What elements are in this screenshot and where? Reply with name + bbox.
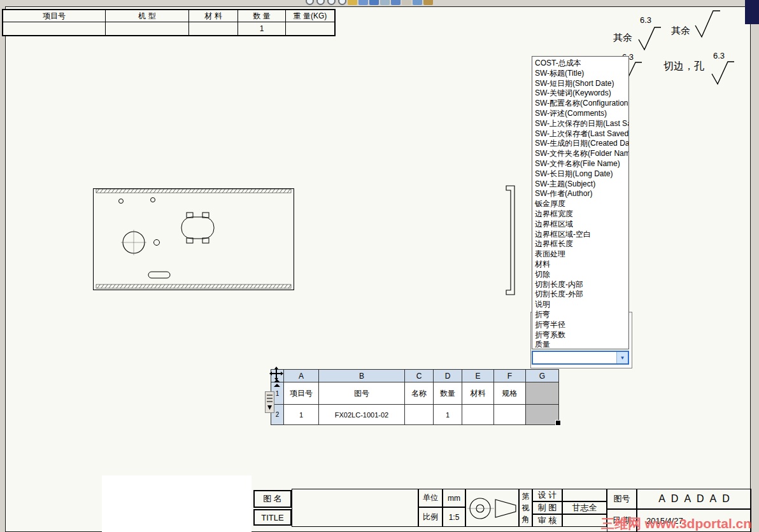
bom-col-header[interactable]: A xyxy=(284,370,319,382)
property-list-item[interactable]: 钣金厚度 xyxy=(532,199,628,209)
property-list-item[interactable]: SW-作者(Author) xyxy=(532,189,628,199)
quantity-value: 1 xyxy=(238,22,286,35)
pan-icon[interactable] xyxy=(348,0,357,5)
property-list-item[interactable]: 切割长度-外部 xyxy=(532,290,628,300)
zoom-to-area-icon[interactable] xyxy=(315,0,325,5)
magnifier-glyph xyxy=(316,0,325,5)
bom-cell[interactable]: 规格 xyxy=(494,382,526,405)
property-dropdown-list: COST-总成本 SW-标题(Title) SW-短日期(Short Date)… xyxy=(532,56,629,349)
bom-cell[interactable]: FX02LC-1001-02 xyxy=(319,405,405,425)
property-list-item[interactable]: 边界框宽度 xyxy=(532,209,628,220)
quantity-header: 数 量 xyxy=(238,10,286,22)
bom-cell[interactable]: 材料 xyxy=(462,382,494,405)
property-list-item[interactable]: SW-上次保存的日期(Last Saved Date) xyxy=(532,119,628,129)
window-corner-panel xyxy=(745,0,759,24)
property-list-item[interactable]: 折弯半径 xyxy=(532,320,628,330)
view-settings-icon[interactable] xyxy=(413,0,422,5)
table-move-handle-icon[interactable] xyxy=(269,367,283,381)
bom-cell[interactable]: 名称 xyxy=(405,382,434,405)
projection-symbol-cell xyxy=(465,489,519,527)
zoom-to-fit-icon[interactable] xyxy=(304,0,314,5)
property-list-item[interactable]: 折弯系数 xyxy=(532,330,628,340)
bom-cell[interactable]: 图号 xyxy=(319,382,405,405)
drawing-no-value: ADADAD xyxy=(637,489,751,509)
surface-roughness-icon xyxy=(637,25,662,52)
bom-cell[interactable]: 1 xyxy=(434,405,462,425)
property-list-item[interactable]: SW-文件名称(File Name) xyxy=(532,159,628,169)
property-combo-box[interactable]: ▼ xyxy=(532,351,629,365)
surface-roughness-icon xyxy=(711,59,735,86)
chevron-down-icon[interactable]: ▼ xyxy=(616,352,628,363)
edit-appearance-icon[interactable] xyxy=(391,0,401,5)
project-info-table: 项目号 机 型 材 料 数 量 重 量(KG) 1 xyxy=(2,9,336,36)
property-list-item[interactable]: SW-长日期(Long Date) xyxy=(532,169,628,179)
property-combo-value[interactable] xyxy=(533,352,616,363)
bom-cell[interactable] xyxy=(462,405,494,425)
magnifier-glyph xyxy=(306,0,314,5)
property-list-item[interactable]: SW-主题(Subject) xyxy=(532,179,628,190)
property-list-item[interactable]: SW-关键词(Keywords) xyxy=(532,88,628,99)
angle-char: 第 xyxy=(522,491,530,502)
property-list-item[interactable]: 切除 xyxy=(532,270,628,280)
property-list-item[interactable]: SW-文件夹名称(Folder Name) xyxy=(532,149,628,159)
surface-finish-label: 其余 xyxy=(671,25,690,37)
property-list-item[interactable]: 边界框长度 xyxy=(532,239,628,249)
apply-scene-icon[interactable] xyxy=(402,0,411,5)
view-orientation-icon[interactable] xyxy=(358,0,368,5)
property-list-item[interactable]: SW-标题(Title) xyxy=(532,69,628,79)
roughness-value: 6.3 xyxy=(640,15,651,25)
surface-finish-others-2: 其余 xyxy=(671,8,723,40)
rotate-view-icon[interactable] xyxy=(337,0,346,5)
unit-value: mm xyxy=(443,489,465,507)
front-view[interactable] xyxy=(93,187,294,291)
bom-cell[interactable]: 项目号 xyxy=(284,382,319,405)
bom-col-header[interactable]: C xyxy=(405,370,434,382)
bom-cell[interactable] xyxy=(405,405,434,425)
machine-type-value xyxy=(106,22,189,35)
table-sort-arrows-icon[interactable] xyxy=(273,379,281,388)
bom-col-header[interactable]: G xyxy=(526,370,559,382)
property-list-item[interactable]: SW-评述(Comments) xyxy=(532,109,628,119)
bom-cell[interactable] xyxy=(526,405,559,425)
drawing-name-label: 图 名 xyxy=(253,490,292,508)
project-no-header: 项目号 xyxy=(3,10,106,22)
design-value xyxy=(562,489,607,501)
property-list-item[interactable]: 切割长度-内部 xyxy=(532,280,628,290)
draft-label: 制 图 xyxy=(532,501,562,514)
bom-cell[interactable] xyxy=(526,382,559,405)
zoom-in-out-icon[interactable] xyxy=(326,0,336,5)
property-list-item[interactable]: 折弯 xyxy=(532,310,628,320)
property-list-item[interactable]: 说明 xyxy=(532,300,628,310)
drawing-name-value xyxy=(292,489,418,527)
property-list-item[interactable]: 质量 xyxy=(532,340,628,349)
property-list-item[interactable]: 表面处理 xyxy=(532,249,628,260)
bom-col-header[interactable]: B xyxy=(319,370,405,382)
bom-cell[interactable]: 1 xyxy=(284,405,319,425)
property-list-item[interactable]: SW-配置名称(Configuration Name) xyxy=(532,99,628,109)
bom-col-header[interactable]: F xyxy=(494,370,526,382)
bom-cell[interactable]: 数量 xyxy=(434,382,462,405)
material-value xyxy=(189,22,238,35)
property-list-item[interactable]: 边界框区域 xyxy=(532,220,628,230)
machine-type-header: 机 型 xyxy=(106,10,189,22)
cell-fill-handle[interactable] xyxy=(555,420,561,426)
drawing-no-label: 图号 xyxy=(607,489,637,509)
property-list-item[interactable]: COST-总成本 xyxy=(532,59,628,69)
bom-col-header[interactable]: D xyxy=(434,370,462,382)
property-list-item[interactable]: SW-生成的日期(Created Date) xyxy=(532,139,628,149)
row-resize-widget[interactable] xyxy=(265,391,274,413)
property-list-item[interactable]: SW-上次保存者(Last Saved By) xyxy=(532,129,628,139)
property-list-item[interactable]: 边界框区域-空白 xyxy=(532,230,628,240)
cad-drawing-window: 项目号 机 型 材 料 数 量 重 量(KG) 1 其余 6.3 其余 6.3 … xyxy=(0,0,759,532)
check-label: 审 核 xyxy=(532,514,562,527)
hide-show-items-icon[interactable] xyxy=(380,0,390,5)
design-label: 设 计 xyxy=(532,489,562,501)
angle-char: 视 xyxy=(522,502,530,514)
display-style-icon[interactable] xyxy=(369,0,379,5)
property-list-item[interactable]: 材料 xyxy=(532,260,628,270)
bom-cell[interactable] xyxy=(494,405,526,425)
side-view[interactable] xyxy=(506,185,518,296)
camera-icon[interactable] xyxy=(423,0,433,5)
property-list-item[interactable]: SW-短日期(Short Date) xyxy=(532,79,628,89)
bom-col-header[interactable]: E xyxy=(462,370,494,382)
